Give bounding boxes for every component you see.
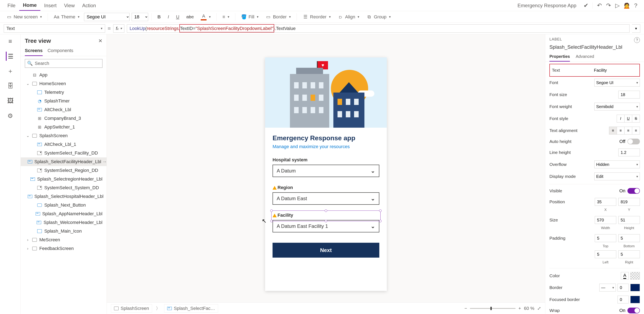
prop-visible-toggle[interactable] <box>628 188 640 194</box>
bold-button[interactable]: B <box>155 13 163 21</box>
prop-pad-b[interactable] <box>618 234 640 242</box>
tree-item[interactable]: SystemSelect_Region_DD <box>21 166 106 175</box>
menu-action[interactable]: Action <box>78 0 100 10</box>
theme-button[interactable]: AaTheme▾ <box>51 13 82 21</box>
tree-search-input[interactable]: 🔍 Search <box>25 59 102 68</box>
tree-item[interactable]: Splash_WelcomeHeader_Lbl <box>21 218 106 227</box>
prop-font-select[interactable]: Segoe UI▾ <box>594 79 640 87</box>
group-button[interactable]: ⧉Group▾ <box>364 13 393 21</box>
tree-item[interactable]: Splash_Next_Button <box>21 201 106 209</box>
menu-view[interactable]: View <box>60 0 78 10</box>
prop-fontstyle-buttons[interactable]: IUS <box>617 115 640 123</box>
tree-item[interactable]: ◔SplashTimer <box>21 97 106 105</box>
menu-file[interactable]: File <box>4 0 19 10</box>
breadcrumb-selected[interactable]: Splash_SelectFac… <box>164 304 218 313</box>
reorder-button[interactable]: ☰Reorder▾ <box>300 13 333 21</box>
tree-item[interactable]: SystemSelect_System_DD <box>21 183 106 192</box>
close-icon[interactable]: ✕ <box>98 38 102 44</box>
fx-button[interactable]: fx▾ <box>113 24 124 33</box>
formula-input[interactable]: LookUp(resourceStrings, TextID = "Splash… <box>127 24 630 33</box>
tree-item[interactable]: Splash_AppNameHeader_Lbl <box>21 209 106 218</box>
prop-color-font[interactable]: A <box>621 272 629 280</box>
italic-button[interactable]: I <box>165 13 172 21</box>
share-icon[interactable]: 🙍 <box>622 1 631 10</box>
undo-icon[interactable]: ↶ <box>595 1 604 10</box>
tab-advanced[interactable]: Advanced <box>576 52 594 62</box>
font-size-select[interactable]: 18 <box>132 13 148 21</box>
tab-screens[interactable]: Screens <box>25 46 43 56</box>
hamburger-icon[interactable]: ≡ <box>6 37 15 46</box>
border-button[interactable]: ▭Border▾ <box>263 13 293 21</box>
tree-item[interactable]: ⊞AppSwitcher_1 <box>21 123 106 131</box>
tree-item[interactable]: SystemSelect_Facility_DD <box>21 149 106 157</box>
data-icon[interactable]: 🗄 <box>6 81 15 91</box>
strike-button[interactable]: abc <box>184 13 196 21</box>
new-screen-button[interactable]: ▭New screen▾ <box>4 13 44 21</box>
zoom-slider[interactable] <box>470 308 516 309</box>
prop-pad-r[interactable] <box>618 250 640 258</box>
prop-focused-width[interactable] <box>618 296 629 304</box>
insert-icon[interactable]: ＋ <box>6 66 15 76</box>
tree-item[interactable]: ⊞CompanyBrand_3 <box>21 114 106 123</box>
prop-pos-y[interactable] <box>618 198 640 206</box>
zoom-out-icon[interactable]: − <box>464 306 467 311</box>
tree-item[interactable]: Splash_SelectFacilityHeader_Lbl⋯ <box>21 157 106 166</box>
property-selector[interactable]: Text▾ <box>4 24 105 33</box>
tree-item[interactable]: AltCheck_Lbl <box>21 105 106 114</box>
tree-screen[interactable]: ›FeedbackScreen <box>21 244 106 253</box>
prop-lineheight-input[interactable] <box>618 149 640 157</box>
prop-focused-color[interactable] <box>630 296 640 303</box>
tree-item[interactable]: AltCheck_Lbl_1 <box>21 140 106 149</box>
prop-border-style[interactable]: —▾ <box>599 284 616 292</box>
prop-border-color[interactable] <box>630 284 640 291</box>
font-select[interactable]: Segoe UI <box>84 13 130 21</box>
tree-app[interactable]: ⊟App <box>21 71 106 79</box>
menu-insert[interactable]: Insert <box>40 0 60 10</box>
formula-expand-button[interactable]: ▾ <box>632 24 640 33</box>
fill-button[interactable]: 🪣Fill▾ <box>238 13 261 21</box>
prop-border-width[interactable] <box>618 284 629 292</box>
prop-size-w[interactable] <box>595 216 616 224</box>
prop-textalign-buttons[interactable]: ≡≡≡≡ <box>609 127 640 135</box>
prop-pos-x[interactable] <box>595 198 616 206</box>
tab-components[interactable]: Components <box>48 46 74 56</box>
media-icon[interactable]: 🖼 <box>6 96 15 105</box>
prop-pad-l[interactable] <box>595 250 616 258</box>
tree-item[interactable]: Telemetry <box>21 88 106 97</box>
more-icon[interactable]: ⋯ <box>103 159 106 164</box>
tree-screen[interactable]: ›MeScreen <box>21 236 106 244</box>
prop-wrap-toggle[interactable] <box>628 308 640 314</box>
redo-icon[interactable]: ↷ <box>604 1 613 10</box>
app-checker-icon[interactable]: ✔ <box>581 1 590 10</box>
region-dropdown[interactable]: A Datum East⌄ <box>272 192 379 205</box>
text-align-button[interactable]: ≡▾ <box>220 13 232 21</box>
tab-properties[interactable]: Properties <box>550 52 570 62</box>
prop-autoheight-toggle[interactable] <box>628 139 640 145</box>
tree-view-icon[interactable]: ☰ <box>6 52 15 61</box>
tree-item[interactable]: Splash_SelectHospitalHeader_Lbl <box>21 192 106 201</box>
tree-screen[interactable]: ⌄SplashScreen <box>21 131 106 140</box>
menu-home[interactable]: Home <box>19 0 40 11</box>
prop-size-h[interactable] <box>618 216 640 224</box>
font-color-button[interactable]: A▾ <box>198 12 213 22</box>
prop-fontweight-select[interactable]: Semibold▾ <box>594 103 640 111</box>
preview-icon[interactable]: ▷ <box>613 1 622 10</box>
zoom-in-icon[interactable]: + <box>518 306 521 311</box>
help-icon[interactable]: ? <box>634 37 640 43</box>
hospital-dropdown[interactable]: A Datum⌄ <box>272 165 379 177</box>
prop-text-input[interactable] <box>592 66 638 74</box>
advanced-tools-icon[interactable]: ⚙ <box>6 111 15 120</box>
prop-pad-t[interactable] <box>595 234 616 242</box>
prop-displaymode-select[interactable]: Edit▾ <box>594 172 640 180</box>
prop-overflow-select[interactable]: Hidden▾ <box>594 160 640 168</box>
prop-fontsize-input[interactable] <box>618 91 640 99</box>
prop-color-bg[interactable] <box>630 272 640 280</box>
underline-button[interactable]: U <box>174 13 182 21</box>
canvas[interactable]: ♥ Emergency Response app Manage and maxi… <box>107 34 545 314</box>
align-button[interactable]: ⫐Align▾ <box>335 13 362 21</box>
fit-screen-icon[interactable]: ⤢ <box>537 306 541 311</box>
help-icon[interactable]: ? <box>631 1 640 10</box>
next-button[interactable]: Next <box>272 243 379 258</box>
tree-item[interactable]: Splash_SelectregionHeader_Lbl <box>21 175 106 183</box>
breadcrumb-screen[interactable]: SplashScreen <box>111 304 152 313</box>
